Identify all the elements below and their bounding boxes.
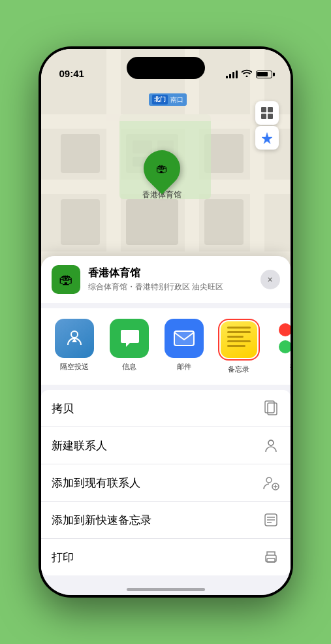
notes-line-4 — [227, 340, 251, 342]
notes-icon — [221, 321, 257, 358]
svg-rect-12 — [204, 199, 244, 245]
mail-icon — [165, 319, 204, 358]
location-description: 综合体育馆・香港特别行政区 油尖旺区 — [88, 282, 253, 293]
action-add-notes[interactable]: 添加到新快速备忘录 — [41, 502, 291, 539]
location-pin: 🏟 香港体育馆 — [142, 150, 181, 201]
location-button[interactable] — [255, 126, 279, 150]
notes-selected-border — [218, 319, 260, 361]
share-item-notes[interactable]: 备忘录 — [216, 319, 262, 374]
note-icon — [262, 511, 280, 529]
share-item-airdrop[interactable]: 隔空投送 — [52, 319, 97, 372]
action-copy-label: 拷贝 — [52, 401, 74, 416]
more-icon-container — [274, 319, 291, 358]
pin-circle: 🏟 — [136, 142, 187, 194]
action-add-existing-label: 添加到现有联系人 — [52, 475, 140, 491]
airdrop-label: 隔空投送 — [60, 362, 89, 372]
share-item-messages[interactable]: 信息 — [106, 319, 152, 372]
svg-rect-20 — [261, 114, 266, 119]
svg-rect-23 — [174, 331, 194, 346]
map-north-gate-label: 北门 南口 — [149, 93, 187, 106]
location-info: 香港体育馆 综合体育馆・香港特别行政区 油尖旺区 — [88, 266, 253, 293]
bottom-sheet: 🏟 香港体育馆 综合体育馆・香港特别行政区 油尖旺区 × — [41, 256, 291, 595]
notes-line-3 — [227, 336, 244, 338]
share-row: 隔空投送 信息 — [41, 308, 291, 385]
share-item-more[interactable]: 提 — [271, 319, 291, 372]
phone-screen: 09:41 — [41, 49, 291, 595]
status-icons — [226, 69, 272, 80]
wifi-icon — [242, 69, 252, 79]
signal-bar-4 — [236, 71, 238, 78]
more-circle-1 — [279, 323, 291, 336]
battery-fill — [257, 72, 268, 76]
home-indicator — [127, 588, 205, 591]
phone-frame: 09:41 — [39, 46, 293, 598]
notes-line-1 — [227, 327, 251, 329]
status-time: 09:41 — [59, 68, 84, 80]
more-label: 提 — [290, 362, 291, 372]
messages-icon — [110, 319, 149, 358]
location-icon: 🏟 — [52, 265, 80, 294]
svg-rect-8 — [61, 134, 100, 173]
svg-rect-21 — [268, 114, 273, 119]
svg-rect-10 — [61, 199, 100, 245]
close-button[interactable]: × — [260, 270, 280, 289]
map-type-button[interactable] — [255, 101, 279, 125]
svg-rect-17 — [106, 114, 263, 121]
action-add-existing[interactable]: 添加到现有联系人 — [41, 464, 291, 502]
dynamic-island — [127, 57, 205, 79]
printer-icon — [262, 548, 280, 566]
location-name: 香港体育馆 — [88, 266, 253, 280]
share-item-mail[interactable]: 邮件 — [161, 319, 207, 372]
action-copy[interactable]: 拷贝 — [41, 390, 291, 427]
person-add-icon — [262, 474, 280, 492]
notes-label: 备忘录 — [228, 364, 249, 374]
action-new-contact[interactable]: 新建联系人 — [41, 427, 291, 464]
svg-point-28 — [268, 440, 274, 445]
action-print-label: 打印 — [52, 550, 74, 565]
messages-label: 信息 — [122, 362, 136, 372]
svg-point-29 — [266, 477, 272, 483]
battery-icon — [256, 71, 272, 78]
mail-label: 邮件 — [177, 362, 191, 372]
svg-rect-18 — [261, 107, 266, 112]
bottom-spacer — [41, 575, 291, 595]
action-add-notes-label: 添加到新快速备忘录 — [52, 513, 151, 528]
notes-line-2 — [227, 331, 251, 333]
signal-bar-1 — [226, 76, 228, 78]
action-list: 拷贝 新建联系人 — [41, 390, 291, 575]
airdrop-icon — [55, 319, 94, 358]
more-circle-3 — [279, 340, 291, 353]
person-icon — [262, 436, 280, 455]
action-new-contact-label: 新建联系人 — [52, 438, 107, 453]
pin-inner: 🏟 — [148, 154, 176, 183]
more-circles — [276, 321, 291, 356]
svg-rect-19 — [268, 107, 273, 112]
location-header: 🏟 香港体育馆 综合体育馆・香港特别行政区 油尖旺区 × — [41, 256, 291, 303]
signal-bar-2 — [229, 74, 231, 78]
map-label-text: 北门 南口 — [152, 95, 183, 105]
signal-bar-3 — [232, 72, 234, 78]
svg-rect-11 — [126, 199, 178, 245]
copy-icon — [262, 399, 280, 417]
signal-bars — [226, 71, 238, 78]
action-print[interactable]: 打印 — [41, 539, 291, 575]
map-controls — [255, 101, 279, 150]
notes-line-5 — [227, 345, 246, 347]
svg-point-22 — [71, 331, 78, 338]
